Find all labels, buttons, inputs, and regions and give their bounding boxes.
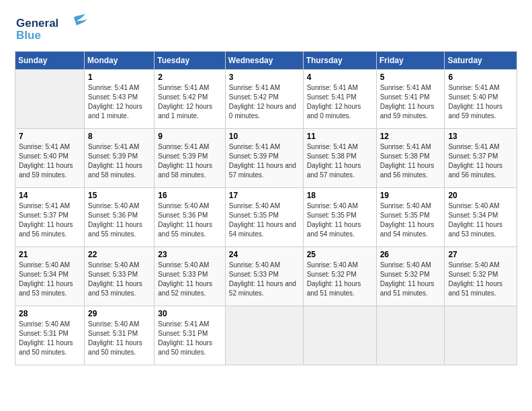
day-cell: 30Sunrise: 5:41 AMSunset: 5:31 PMDayligh… <box>154 306 226 365</box>
day-number: 15 <box>88 191 150 200</box>
day-number: 25 <box>307 250 373 259</box>
day-cell: 10Sunrise: 5:41 AMSunset: 5:39 PMDayligh… <box>225 129 303 188</box>
day-cell <box>15 70 85 129</box>
day-cell: 24Sunrise: 5:40 AMSunset: 5:33 PMDayligh… <box>225 247 303 306</box>
day-info: Sunrise: 5:41 AMSunset: 5:31 PMDaylight:… <box>158 320 222 357</box>
column-header-saturday: Saturday <box>445 52 517 70</box>
day-number: 28 <box>19 309 81 318</box>
day-info: Sunrise: 5:40 AMSunset: 5:33 PMDaylight:… <box>88 261 150 298</box>
day-info: Sunrise: 5:40 AMSunset: 5:35 PMDaylight:… <box>307 201 373 239</box>
day-cell: 16Sunrise: 5:40 AMSunset: 5:36 PMDayligh… <box>154 188 226 247</box>
day-number: 24 <box>229 250 300 259</box>
day-info: Sunrise: 5:41 AMSunset: 5:41 PMDaylight:… <box>380 83 441 121</box>
day-number: 16 <box>158 191 222 200</box>
day-number: 18 <box>307 191 373 200</box>
day-cell: 21Sunrise: 5:40 AMSunset: 5:34 PMDayligh… <box>15 247 85 306</box>
day-cell: 9Sunrise: 5:41 AMSunset: 5:39 PMDaylight… <box>154 129 226 188</box>
day-info: Sunrise: 5:41 AMSunset: 5:40 PMDaylight:… <box>19 142 81 180</box>
column-header-monday: Monday <box>85 52 154 70</box>
day-number: 8 <box>88 132 150 141</box>
day-cell <box>445 306 517 365</box>
day-cell: 15Sunrise: 5:40 AMSunset: 5:36 PMDayligh… <box>85 188 154 247</box>
day-info: Sunrise: 5:41 AMSunset: 5:39 PMDaylight:… <box>88 142 150 180</box>
week-row-3: 14Sunrise: 5:41 AMSunset: 5:37 PMDayligh… <box>15 188 517 247</box>
day-number: 5 <box>380 73 441 82</box>
day-number: 13 <box>448 132 513 141</box>
day-cell: 13Sunrise: 5:41 AMSunset: 5:37 PMDayligh… <box>445 129 517 188</box>
column-header-friday: Friday <box>376 52 445 70</box>
day-number: 27 <box>448 250 513 259</box>
day-cell <box>225 306 303 365</box>
day-cell: 26Sunrise: 5:40 AMSunset: 5:32 PMDayligh… <box>376 247 445 306</box>
day-info: Sunrise: 5:41 AMSunset: 5:38 PMDaylight:… <box>380 142 441 180</box>
day-info: Sunrise: 5:41 AMSunset: 5:40 PMDaylight:… <box>448 83 513 121</box>
day-info: Sunrise: 5:40 AMSunset: 5:33 PMDaylight:… <box>158 261 222 298</box>
calendar-table: SundayMondayTuesdayWednesdayThursdayFrid… <box>15 51 517 365</box>
day-info: Sunrise: 5:41 AMSunset: 5:41 PMDaylight:… <box>307 83 373 121</box>
column-header-tuesday: Tuesday <box>154 52 226 70</box>
week-row-4: 21Sunrise: 5:40 AMSunset: 5:34 PMDayligh… <box>15 247 517 306</box>
day-number: 4 <box>307 73 373 82</box>
day-cell: 11Sunrise: 5:41 AMSunset: 5:38 PMDayligh… <box>303 129 376 188</box>
day-number: 22 <box>88 250 150 259</box>
day-cell: 4Sunrise: 5:41 AMSunset: 5:41 PMDaylight… <box>303 70 376 129</box>
day-cell: 12Sunrise: 5:41 AMSunset: 5:38 PMDayligh… <box>376 129 445 188</box>
day-cell: 3Sunrise: 5:41 AMSunset: 5:42 PMDaylight… <box>225 70 303 129</box>
day-number: 17 <box>229 191 300 200</box>
day-info: Sunrise: 5:41 AMSunset: 5:37 PMDaylight:… <box>19 201 81 239</box>
day-info: Sunrise: 5:40 AMSunset: 5:32 PMDaylight:… <box>448 261 513 298</box>
svg-text:General: General <box>16 17 58 30</box>
week-row-5: 28Sunrise: 5:40 AMSunset: 5:31 PMDayligh… <box>15 306 517 365</box>
day-info: Sunrise: 5:41 AMSunset: 5:39 PMDaylight:… <box>229 142 300 180</box>
day-cell <box>303 306 376 365</box>
day-info: Sunrise: 5:41 AMSunset: 5:39 PMDaylight:… <box>158 142 222 180</box>
day-number: 10 <box>229 132 300 141</box>
column-header-wednesday: Wednesday <box>225 52 303 70</box>
day-info: Sunrise: 5:41 AMSunset: 5:37 PMDaylight:… <box>448 142 513 180</box>
week-row-2: 7Sunrise: 5:41 AMSunset: 5:40 PMDaylight… <box>15 129 517 188</box>
day-cell: 19Sunrise: 5:40 AMSunset: 5:35 PMDayligh… <box>376 188 445 247</box>
day-number: 23 <box>158 250 222 259</box>
day-cell: 7Sunrise: 5:41 AMSunset: 5:40 PMDaylight… <box>15 129 85 188</box>
day-cell: 1Sunrise: 5:41 AMSunset: 5:43 PMDaylight… <box>85 70 154 129</box>
day-cell: 5Sunrise: 5:41 AMSunset: 5:41 PMDaylight… <box>376 70 445 129</box>
page: General Blue SundayMondayTuesdayWednesda… <box>0 0 532 411</box>
day-info: Sunrise: 5:40 AMSunset: 5:34 PMDaylight:… <box>448 201 513 239</box>
day-info: Sunrise: 5:40 AMSunset: 5:34 PMDaylight:… <box>19 261 81 298</box>
day-cell: 18Sunrise: 5:40 AMSunset: 5:35 PMDayligh… <box>303 188 376 247</box>
day-number: 6 <box>448 73 513 82</box>
day-cell: 2Sunrise: 5:41 AMSunset: 5:42 PMDaylight… <box>154 70 226 129</box>
day-number: 21 <box>19 250 81 259</box>
week-row-1: 1Sunrise: 5:41 AMSunset: 5:43 PMDaylight… <box>15 70 517 129</box>
day-info: Sunrise: 5:40 AMSunset: 5:33 PMDaylight:… <box>229 261 300 298</box>
logo-icon: General Blue <box>15 12 89 42</box>
column-header-thursday: Thursday <box>303 52 376 70</box>
day-number: 7 <box>19 132 81 141</box>
day-info: Sunrise: 5:40 AMSunset: 5:36 PMDaylight:… <box>88 201 150 239</box>
day-cell: 14Sunrise: 5:41 AMSunset: 5:37 PMDayligh… <box>15 188 85 247</box>
day-info: Sunrise: 5:41 AMSunset: 5:38 PMDaylight:… <box>307 142 373 180</box>
day-number: 26 <box>380 250 441 259</box>
day-number: 12 <box>380 132 441 141</box>
day-number: 29 <box>88 309 150 318</box>
day-cell: 23Sunrise: 5:40 AMSunset: 5:33 PMDayligh… <box>154 247 226 306</box>
column-header-sunday: Sunday <box>15 52 85 70</box>
day-cell: 17Sunrise: 5:40 AMSunset: 5:35 PMDayligh… <box>225 188 303 247</box>
day-info: Sunrise: 5:41 AMSunset: 5:42 PMDaylight:… <box>229 83 300 121</box>
calendar-header-row: SundayMondayTuesdayWednesdayThursdayFrid… <box>15 52 517 70</box>
header: General Blue <box>15 12 517 44</box>
day-number: 30 <box>158 309 222 318</box>
day-info: Sunrise: 5:40 AMSunset: 5:31 PMDaylight:… <box>88 320 150 357</box>
day-info: Sunrise: 5:40 AMSunset: 5:35 PMDaylight:… <box>380 201 441 239</box>
day-cell: 22Sunrise: 5:40 AMSunset: 5:33 PMDayligh… <box>85 247 154 306</box>
day-info: Sunrise: 5:40 AMSunset: 5:35 PMDaylight:… <box>229 201 300 239</box>
day-info: Sunrise: 5:40 AMSunset: 5:32 PMDaylight:… <box>307 261 373 298</box>
day-cell: 20Sunrise: 5:40 AMSunset: 5:34 PMDayligh… <box>445 188 517 247</box>
day-cell <box>376 306 445 365</box>
day-cell: 25Sunrise: 5:40 AMSunset: 5:32 PMDayligh… <box>303 247 376 306</box>
day-number: 9 <box>158 132 222 141</box>
day-number: 14 <box>19 191 81 200</box>
svg-text:Blue: Blue <box>16 29 41 42</box>
day-number: 1 <box>88 73 150 82</box>
day-cell: 29Sunrise: 5:40 AMSunset: 5:31 PMDayligh… <box>85 306 154 365</box>
